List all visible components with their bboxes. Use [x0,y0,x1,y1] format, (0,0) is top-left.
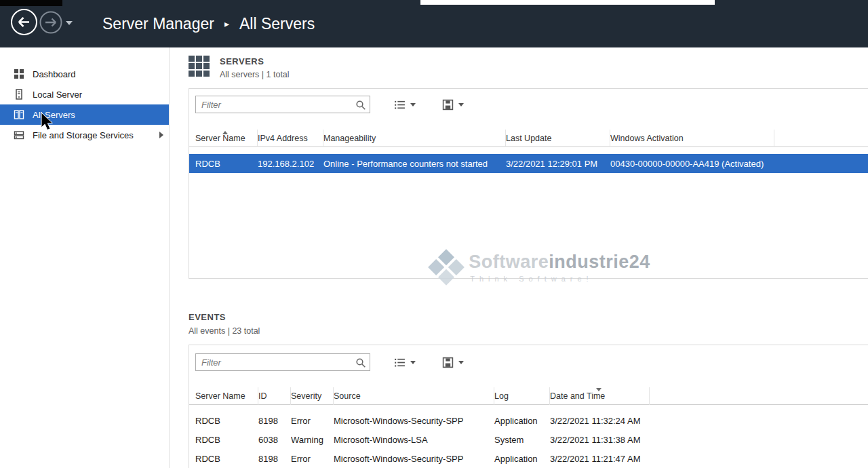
sidebar-item-label: Dashboard [33,69,76,79]
events-panel: Server Name ID Severity Source Log Date … [189,345,868,468]
col-date-time[interactable]: Date and Time [550,387,650,405]
events-filter-toolbar [195,353,467,371]
cell-id: 6038 [258,435,291,445]
cell-manageability: Online - Performance counters not starte… [323,159,506,169]
caret-down-icon [410,361,416,364]
events-filter-input[interactable] [196,354,370,370]
col-ipv4-address[interactable]: IPv4 Address [258,130,323,147]
col-last-update[interactable]: Last Update [506,130,610,147]
list-icon [394,357,406,368]
cell-log: Application [494,454,550,464]
cell-severity: Error [291,416,334,426]
servers-filter-toolbar [195,96,467,113]
cell-server-name: RDCB [195,159,258,169]
cell-source: Microsoft-Windows-Security-SPP [334,454,494,464]
cell-last-update: 3/22/2021 12:29:01 PM [506,159,610,169]
cell-date-time: 3/22/2021 11:31:38 AM [550,435,650,445]
servers-filter-input[interactable] [196,96,370,113]
expand-caret-icon[interactable] [159,132,163,138]
col-windows-activation[interactable]: Windows Activation [610,130,774,147]
cell-server-name: RDCB [195,454,258,464]
col-server-name[interactable]: Server Name [195,387,258,405]
caret-down-icon [410,103,416,106]
event-row[interactable]: RDCB 6038 Warning Microsoft-Windows-LSA … [189,430,868,449]
servers-filter-list-dropdown[interactable] [391,98,418,112]
watermark-brand: Softwareindustrie24 [469,252,650,273]
breadcrumb-current-page[interactable]: All Servers [239,15,315,33]
arrow-right-icon [39,11,62,34]
servers-save-query-dropdown[interactable] [439,98,467,112]
servers-table-body: RDCB 192.168.2.102 Online - Performance … [189,154,868,173]
overlay-artifact-dark [0,0,62,6]
events-table-body: RDCB 8198 Error Microsoft-Windows-Securi… [189,411,868,468]
events-filter-list-dropdown[interactable] [391,355,418,370]
cell-id: 8198 [258,454,291,464]
col-severity[interactable]: Severity [291,387,334,405]
nav-history-dropdown-icon[interactable] [66,21,73,25]
title-bar: Server Manager ▸ All Servers [0,0,868,47]
cell-severity: Warning [291,435,334,445]
save-icon [442,357,454,368]
sidebar-item-all-servers[interactable]: All Servers [0,104,169,125]
sort-ascending-icon [222,131,228,134]
servers-tile-icon [189,56,210,77]
event-row[interactable]: RDCB 8198 Error Microsoft-Windows-Securi… [189,449,868,468]
local-server-icon [14,89,24,100]
forward-button[interactable] [39,11,62,34]
sidebar-item-label: Local Server [33,90,82,100]
events-section-subtitle: All events | 23 total [189,326,260,336]
sidebar-item-file-storage-services[interactable]: File and Storage Services [0,125,169,145]
breadcrumb-app-title[interactable]: Server Manager [102,15,214,33]
server-manager-window: Server Manager ▸ All Servers Dashboard L… [0,0,868,468]
save-icon [442,99,454,111]
servers-search-button[interactable] [355,100,366,111]
cell-server-name: RDCB [195,435,258,445]
cell-ipv4: 192.168.2.102 [258,159,323,169]
sidebar-item-dashboard[interactable]: Dashboard [0,64,169,84]
events-table-header: Server Name ID Severity Source Log Date … [189,387,868,405]
col-server-name[interactable]: Server Name [195,130,258,147]
breadcrumb-separator-icon: ▸ [224,18,229,29]
breadcrumb: Server Manager ▸ All Servers [102,0,315,47]
server-row[interactable]: RDCB 192.168.2.102 Online - Performance … [189,154,868,173]
servers-table-header: Server Name IPv4 Address Manageability L… [189,130,868,147]
all-servers-icon [14,109,24,120]
events-filter-field [195,353,370,371]
dashboard-icon [14,69,24,79]
cell-date-time: 3/22/2021 11:21:47 AM [550,454,650,464]
overlay-artifact-light [420,0,715,5]
events-section-title: EVENTS [189,312,226,322]
cell-date-time: 3/22/2021 11:32:24 AM [550,416,650,426]
events-search-button[interactable] [355,357,366,368]
arrow-left-icon [10,8,38,36]
caret-down-icon [458,103,464,106]
storage-services-icon [14,130,24,140]
cell-activation: 00430-00000-00000-AA419 (Activated) [610,159,774,169]
cell-log: System [494,435,550,445]
back-button[interactable] [10,8,38,36]
cell-source: Microsoft-Windows-LSA [334,435,494,445]
watermark-logo-icon [428,249,465,286]
event-row[interactable]: RDCB 8198 Error Microsoft-Windows-Securi… [189,411,868,430]
cell-id: 8198 [258,416,291,426]
col-id[interactable]: ID [258,387,291,405]
cell-log: Application [494,416,550,426]
events-save-query-dropdown[interactable] [439,355,467,370]
cell-server-name: RDCB [195,416,258,426]
search-icon [355,100,366,111]
cell-source: Microsoft-Windows-Security-SPP [334,416,494,426]
col-source[interactable]: Source [334,387,494,405]
servers-filter-field [195,96,370,113]
main-content: SERVERS All servers | 1 total [170,47,868,468]
col-log[interactable]: Log [494,387,550,405]
watermark: Softwareindustrie24 Think Software! [347,252,737,283]
servers-panel: Server Name IPv4 Address Manageability L… [189,88,868,279]
mouse-cursor [39,113,57,132]
search-icon [355,357,366,368]
list-icon [394,99,406,111]
col-manageability[interactable]: Manageability [323,130,506,147]
sidebar: Dashboard Local Server All Servers [0,47,170,468]
caret-down-icon [458,361,464,364]
sidebar-item-local-server[interactable]: Local Server [0,84,169,104]
cell-severity: Error [291,454,334,464]
